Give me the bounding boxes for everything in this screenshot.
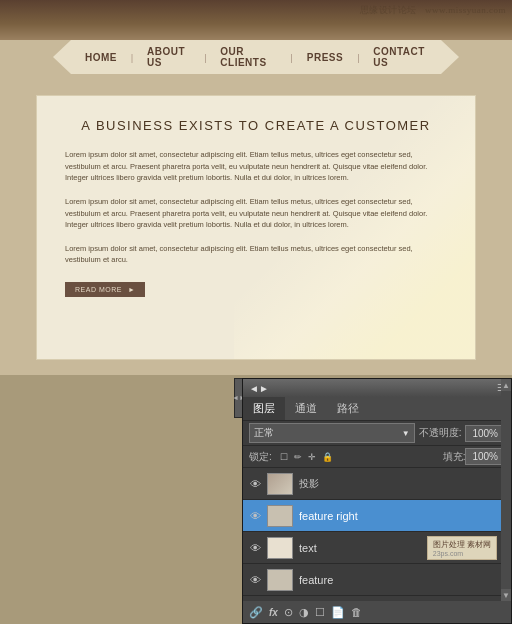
website-mockup: HOME | ABOUT US | OUR CLIENTS | PRESS | … (0, 0, 512, 375)
ps-tab-bar: 图层 通道 路径 (243, 397, 511, 421)
ps-bottom-bar: 🔗 fx ⊙ ◑ ☐ 📄 🗑 (243, 601, 511, 623)
nav-ribbon-container: HOME | ABOUT US | OUR CLIENTS | PRESS | … (0, 40, 512, 74)
ps-mode-value: 正常 (254, 426, 274, 440)
tab-paths[interactable]: 路径 (327, 397, 369, 420)
nav-about[interactable]: ABOUT US (133, 46, 204, 68)
content-title: A BUSINESS EXISTS TO CREATE A CUSTOMER (65, 118, 447, 133)
layer-name-shadow: 投影 (299, 477, 507, 491)
ps-title-bar: ◄► ☰ (243, 379, 511, 397)
ps-fill-input[interactable]: 100% (465, 448, 505, 465)
layer-name-feature-right: feature right (299, 510, 507, 522)
nav-menu: HOME | ABOUT US | OUR CLIENTS | PRESS | … (71, 46, 441, 68)
ps-group-icon[interactable]: ☐ (315, 606, 325, 619)
layer-text[interactable]: 👁 text 图片处理 素材网 23ps.com (243, 532, 511, 564)
nav-home[interactable]: HOME (71, 52, 131, 63)
read-more-button[interactable]: read more ► (65, 282, 145, 297)
ps-title-arrows: ◄► (249, 383, 269, 394)
content-inner: A BUSINESS EXISTS TO CREATE A CUSTOMER L… (37, 96, 475, 317)
watermark-badge: 图片处理 素材网 23ps.com (427, 536, 497, 560)
read-more-label: read more (75, 286, 122, 293)
ps-lock-all-icon[interactable]: 🔒 (322, 452, 333, 462)
ps-lock-label: 锁定: (249, 450, 277, 464)
ps-opacity-input[interactable]: 100% (465, 425, 505, 442)
ps-mode-opacity-row: 正常 ▼ 不透明度: 100% (243, 421, 511, 446)
scroll-thumb[interactable] (501, 391, 511, 589)
ps-adjustment-icon[interactable]: ◑ (299, 606, 309, 619)
photoshop-layers-panel: ◄► ☰ 图层 通道 路径 正常 ▼ 不透明度: 100% 锁定: ☐ ✏ ✛ … (242, 378, 512, 624)
ps-layers-list: 👁 投影 👁 feature right 👁 text 图片处理 素材网 23p… (243, 468, 511, 596)
content-paragraph-1: Lorem ipsum dolor sit amet, consectetur … (65, 149, 447, 184)
ps-delete-icon[interactable]: 🗑 (351, 606, 362, 618)
layer-eye-icon-text[interactable]: 👁 (247, 542, 263, 554)
nav-contact[interactable]: CONTACT US (359, 46, 441, 68)
layer-eye-icon-feature-right[interactable]: 👁 (247, 510, 263, 522)
scroll-down-button[interactable]: ▼ (501, 589, 511, 601)
ps-fill-label: 填充: (443, 450, 466, 464)
ps-link-icon[interactable]: 🔗 (249, 606, 263, 619)
ps-lock-brush-icon[interactable]: ✏ (294, 452, 302, 462)
ps-new-layer-icon[interactable]: 📄 (331, 606, 345, 619)
read-more-arrow-icon: ► (128, 286, 135, 293)
watermark-url: www.missyuan.com (425, 5, 506, 15)
ps-mask-icon[interactable]: ⊙ (284, 606, 293, 619)
ps-mode-arrow-icon: ▼ (402, 429, 410, 438)
ps-scrollbar[interactable]: ▲ ▼ (501, 379, 511, 601)
ps-lock-move-icon[interactable]: ✛ (308, 452, 316, 462)
nav-clients[interactable]: OUR CLIENTS (206, 46, 290, 68)
layer-feature[interactable]: 👁 feature (243, 564, 511, 596)
content-paragraph-3: Lorem ipsum dolor sit amet, consectetur … (65, 243, 447, 266)
layer-thumb-feature-right (267, 505, 293, 527)
ps-fx-icon[interactable]: fx (269, 607, 278, 618)
ps-opacity-label: 不透明度: (419, 426, 462, 440)
scroll-up-button[interactable]: ▲ (501, 379, 511, 391)
tab-channels[interactable]: 通道 (285, 397, 327, 420)
layer-name-feature: feature (299, 574, 507, 586)
layer-feature-right[interactable]: 👁 feature right (243, 500, 511, 532)
ps-mode-dropdown[interactable]: 正常 ▼ (249, 423, 415, 443)
watermark-badge-line2: 23ps.com (433, 550, 491, 557)
watermark: 思缘设计论坛 www.missyuan.com (360, 4, 506, 17)
layer-drop-shadow[interactable]: 👁 投影 (243, 468, 511, 500)
ps-lock-box-icon[interactable]: ☐ (280, 452, 288, 462)
ps-lock-row: 锁定: ☐ ✏ ✛ 🔒 填充: 100% (243, 446, 511, 468)
nav-ribbon: HOME | ABOUT US | OUR CLIENTS | PRESS | … (71, 40, 441, 74)
layer-thumb-shadow (267, 473, 293, 495)
content-panel: A BUSINESS EXISTS TO CREATE A CUSTOMER L… (36, 95, 476, 360)
watermark-text: 思缘设计论坛 (360, 5, 417, 15)
tab-layers[interactable]: 图层 (243, 397, 285, 420)
layer-eye-icon-feature[interactable]: 👁 (247, 574, 263, 586)
watermark-badge-line1: 图片处理 素材网 (433, 539, 491, 550)
layer-thumb-text (267, 537, 293, 559)
nav-press[interactable]: PRESS (293, 52, 357, 63)
layer-thumb-feature (267, 569, 293, 591)
layer-eye-icon-shadow[interactable]: 👁 (247, 478, 263, 490)
content-paragraph-2: Lorem ipsum dolor sit amet, consectetur … (65, 196, 447, 231)
